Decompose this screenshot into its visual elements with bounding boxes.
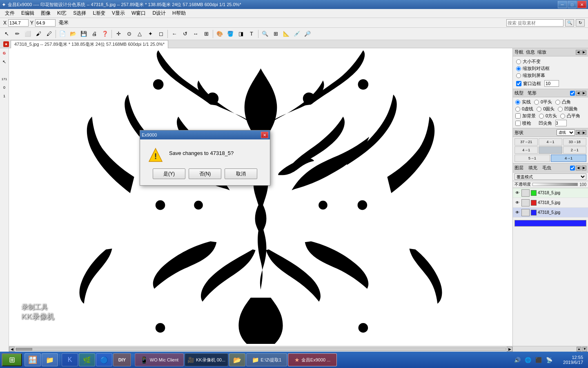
concave-corner-radio[interactable]: [558, 107, 563, 112]
info-tab[interactable]: 信息: [526, 49, 535, 55]
brush-tool[interactable]: 🖊: [44, 29, 54, 39]
menu-item-E编辑[interactable]: E编辑: [18, 9, 38, 18]
eyedrop-btn[interactable]: 💉: [292, 29, 302, 39]
shape-37-21[interactable]: 37→21: [514, 138, 538, 146]
taskbar-btn-wo-mic[interactable]: 📱 WO Mic Client: [135, 353, 184, 366]
taskbar-btn-blue[interactable]: 🔵: [96, 353, 112, 366]
close-button[interactable]: ✕: [577, 1, 586, 8]
poly-btn[interactable]: △: [135, 29, 145, 39]
scroll-left-btn[interactable]: ◀: [9, 347, 15, 352]
dash-radio[interactable]: [515, 107, 520, 112]
shape-expand-btn[interactable]: ◀: [576, 130, 581, 135]
layer-row-3[interactable]: 👁 47318_5.jpg: [513, 208, 588, 218]
convex-corner-radio[interactable]: [555, 100, 560, 105]
layer-2-eye[interactable]: 👁: [514, 200, 520, 206]
line-expand-btn[interactable]: ◀: [576, 91, 581, 96]
file-tab-item[interactable]: 47318_5.jpg -- 257.89毫米 * 138.85毫米 24位 5…: [11, 40, 168, 48]
open-btn[interactable]: 📂: [68, 29, 78, 39]
layer-tab[interactable]: 图层: [514, 165, 523, 171]
shape-2-1[interactable]: 2→1: [563, 146, 586, 154]
tray-icon-3[interactable]: ⬛: [535, 356, 543, 364]
taskbar-btn-jinchang[interactable]: ★ 金昌Ex9000 ...: [288, 353, 337, 366]
shape-33-18[interactable]: 33→18: [563, 138, 586, 146]
fill-tool[interactable]: 🖌: [33, 29, 43, 39]
print-btn[interactable]: 🖨: [89, 29, 99, 39]
fit-screen-radio[interactable]: [516, 73, 521, 78]
nav-tab[interactable]: 导航: [514, 49, 523, 55]
scroll-track[interactable]: [16, 348, 506, 351]
shape-collapse-btn[interactable]: ▶: [581, 130, 586, 135]
line-collapse-btn[interactable]: ▶: [581, 91, 586, 96]
taskbar-btn-folder[interactable]: 📂: [229, 353, 245, 366]
taskbar-btn-windows[interactable]: 🪟: [24, 353, 41, 366]
dialog-close-button[interactable]: ✕: [261, 132, 268, 138]
menu-item-V显示[interactable]: V显示: [109, 9, 128, 18]
menu-item-H帮助[interactable]: H帮助: [169, 9, 189, 18]
taskbar-btn-k[interactable]: K: [62, 353, 78, 366]
layer-row-1[interactable]: 👁 47318_5.jpg: [513, 188, 588, 198]
flat-corner-radio[interactable]: [560, 114, 565, 119]
menu-item-W窗口[interactable]: W窗口: [128, 9, 149, 18]
shape-4-1-b[interactable]: 4→1: [514, 146, 538, 154]
menu-item-L渐变[interactable]: L渐变: [89, 9, 109, 18]
shape-type-select[interactable]: 虚线: [557, 129, 575, 136]
menu-item-图像[interactable]: 图像: [38, 9, 54, 18]
rotate-btn[interactable]: ↺: [180, 29, 190, 39]
solid-radio[interactable]: [515, 100, 520, 105]
layer-3-eye[interactable]: 👁: [514, 210, 520, 215]
flat-cap-radio[interactable]: [534, 100, 539, 105]
bg-check[interactable]: [515, 113, 521, 119]
nav-expand-btn[interactable]: ◀: [576, 50, 581, 55]
left-tool-select[interactable]: ↖: [0, 58, 9, 66]
bucket-btn[interactable]: 🪣: [225, 29, 235, 39]
y-input[interactable]: [35, 19, 56, 27]
shape-4-1-a[interactable]: 4→1: [539, 138, 562, 146]
scroll-right-btn[interactable]: ▶: [507, 347, 512, 352]
taskbar-btn-extract[interactable]: 📁 E:\2\提取1: [246, 353, 287, 366]
window-border-input[interactable]: [544, 80, 559, 87]
zoom-tab[interactable]: 缩放: [537, 49, 546, 55]
measure-btn[interactable]: 📐: [281, 29, 291, 39]
transform-btn[interactable]: ⊞: [201, 29, 211, 39]
minimize-button[interactable]: ─: [558, 1, 567, 8]
search-button[interactable]: 🔍: [565, 19, 574, 27]
opacity-slider[interactable]: [532, 183, 578, 186]
taskbar-btn-diy[interactable]: DIY: [113, 353, 131, 366]
left-tool-G[interactable]: G: [0, 49, 9, 57]
layer-scroll-up[interactable]: ▲: [577, 347, 581, 352]
square-cap-radio[interactable]: [539, 114, 544, 119]
fit-dialog-radio[interactable]: [516, 66, 521, 71]
layer-check[interactable]: [570, 166, 575, 171]
window-border-check[interactable]: [516, 81, 521, 86]
menu-item-KI艺[interactable]: KI艺: [54, 9, 70, 18]
layer-row-2[interactable]: 👁 47318_5.jpg: [513, 198, 588, 208]
shape-5-1[interactable]: 5→1: [514, 155, 550, 162]
draw-tool[interactable]: ✏: [12, 29, 22, 39]
size-keep-radio[interactable]: [516, 59, 521, 64]
nav-collapse-btn[interactable]: ▶: [581, 50, 586, 55]
color-swatch[interactable]: [514, 220, 586, 227]
scroll-thumb[interactable]: [16, 348, 32, 350]
taskbar-btn-kk[interactable]: 🎥 KK录像机 00...: [185, 353, 228, 366]
spray-check[interactable]: [515, 121, 521, 126]
dialog-yes-button[interactable]: 是(Y): [153, 168, 185, 179]
grid-btn[interactable]: ⊞: [271, 29, 281, 39]
menu-item-S选择[interactable]: S选择: [70, 9, 89, 18]
layer-1-eye[interactable]: 👁: [514, 190, 520, 196]
line-width-input[interactable]: [555, 120, 567, 126]
cursor-btn[interactable]: ✛: [114, 29, 123, 39]
blend-mode-select[interactable]: 覆盖模式: [514, 173, 586, 180]
dialog-no-button[interactable]: 否(N): [189, 168, 221, 179]
gradient-btn[interactable]: ◨: [236, 29, 246, 39]
refresh-button[interactable]: ↻: [576, 19, 585, 27]
tray-icon-4[interactable]: 📡: [545, 356, 553, 364]
paint-btn[interactable]: 🎨: [215, 29, 225, 39]
round-cap-radio[interactable]: [537, 107, 541, 112]
dialog-cancel-button[interactable]: 取消: [225, 168, 257, 179]
brush-tab[interactable]: 毛虫: [542, 165, 551, 171]
canvas-area[interactable]: 录制工具 KK录像机 ◀ ▶ Ex9000 ✕: [9, 48, 512, 352]
layer-collapse-btn[interactable]: ▶: [581, 166, 586, 171]
save-btn[interactable]: 💾: [79, 29, 89, 39]
new-btn[interactable]: 📄: [58, 29, 67, 39]
layer-scroll-down[interactable]: ▼: [582, 347, 587, 352]
